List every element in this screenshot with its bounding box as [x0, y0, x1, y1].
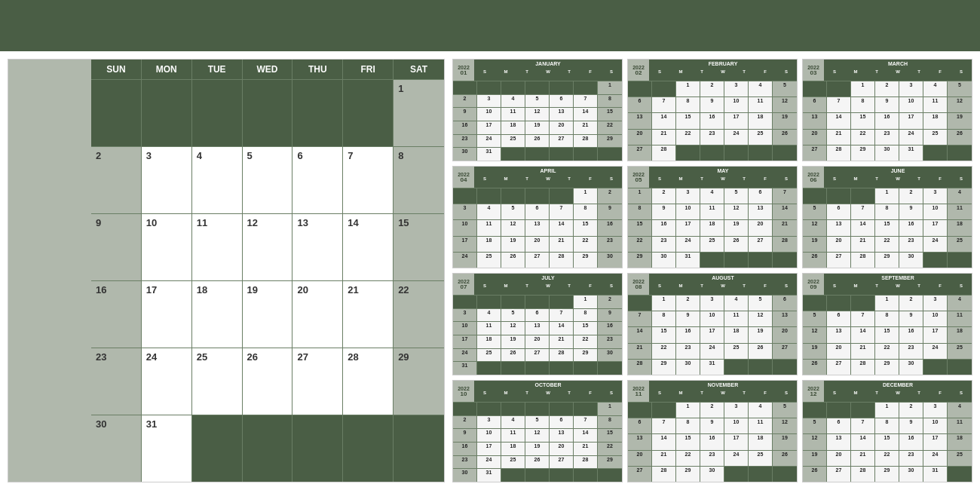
mini-cal-day[interactable]: 22 — [652, 344, 676, 359]
mini-cal-day[interactable] — [501, 362, 525, 375]
mini-cal-day[interactable] — [477, 362, 501, 375]
mini-cal-day[interactable]: 28 — [550, 253, 574, 268]
mini-cal-day[interactable] — [827, 296, 851, 311]
mini-cal-day[interactable]: 17 — [923, 220, 948, 235]
mini-cal-day[interactable]: 31 — [923, 467, 948, 482]
calendar-day[interactable]: 17 — [142, 281, 192, 348]
mini-cal-day[interactable]: 27 — [827, 253, 851, 268]
mini-cal-day[interactable]: 11 — [749, 418, 773, 433]
calendar-day[interactable]: 26 — [243, 348, 293, 415]
mini-cal-day[interactable]: 2 — [700, 403, 724, 418]
mini-cal-day[interactable]: 14 — [851, 220, 875, 235]
mini-cal-day[interactable]: 8 — [851, 97, 875, 112]
mini-cal-day[interactable]: 3 — [477, 95, 501, 108]
mini-cal-day[interactable]: 31 — [477, 469, 501, 482]
mini-cal-day[interactable]: 29 — [574, 253, 598, 268]
mini-cal-day[interactable] — [773, 253, 797, 268]
mini-cal-day[interactable]: 29 — [676, 467, 700, 482]
mini-cal-day[interactable]: 28 — [652, 145, 676, 161]
mini-cal-day[interactable] — [948, 253, 972, 268]
mini-cal-day[interactable] — [851, 403, 875, 418]
mini-cal-day[interactable] — [550, 362, 574, 375]
mini-cal-day[interactable]: 7 — [550, 309, 574, 322]
mini-cal-day[interactable]: 30 — [598, 253, 622, 268]
calendar-day[interactable]: 7 — [343, 147, 394, 213]
mini-cal-day[interactable]: 24 — [899, 130, 923, 145]
mini-cal-day[interactable]: 1 — [628, 188, 652, 204]
mini-cal-day[interactable]: 29 — [875, 360, 899, 375]
mini-cal-day[interactable]: 8 — [628, 204, 652, 219]
calendar-day[interactable]: 24 — [142, 348, 192, 415]
mini-cal-day[interactable]: 11 — [501, 429, 525, 442]
mini-cal-day[interactable]: 10 — [923, 311, 948, 326]
mini-cal-day[interactable]: 22 — [598, 121, 622, 134]
calendar-day[interactable]: 23 — [91, 348, 142, 415]
mini-cal-day[interactable]: 10 — [724, 418, 749, 433]
mini-cal-day[interactable]: 13 — [550, 429, 574, 442]
mini-cal-day[interactable]: 22 — [676, 451, 700, 466]
mini-cal-day[interactable]: 18 — [749, 434, 773, 449]
mini-cal-day[interactable]: 6 — [773, 296, 797, 311]
calendar-day[interactable]: 25 — [192, 348, 243, 415]
mini-cal-day[interactable]: 23 — [453, 456, 477, 469]
mini-cal-day[interactable]: 24 — [700, 344, 724, 359]
mini-cal-day[interactable]: 4 — [923, 81, 948, 96]
mini-cal-day[interactable]: 11 — [749, 97, 773, 112]
mini-cal-day[interactable]: 5 — [948, 81, 972, 96]
mini-cal-day[interactable]: 8 — [875, 311, 899, 326]
mini-cal-day[interactable] — [477, 188, 501, 204]
mini-cal-day[interactable]: 1 — [652, 296, 676, 311]
mini-cal-day[interactable]: 10 — [899, 97, 923, 112]
mini-cal-day[interactable]: 16 — [453, 121, 477, 134]
mini-cal-day[interactable]: 27 — [525, 253, 550, 268]
mini-cal-day[interactable] — [550, 296, 574, 308]
mini-cal-day[interactable]: 8 — [652, 311, 676, 326]
mini-cal-day[interactable]: 19 — [803, 344, 827, 359]
mini-cal-day[interactable]: 16 — [652, 220, 676, 235]
calendar-day[interactable]: 20 — [292, 281, 343, 348]
mini-cal-day[interactable]: 2 — [598, 188, 622, 204]
mini-cal-day[interactable]: 10 — [923, 204, 948, 219]
mini-cal-day[interactable] — [749, 467, 773, 482]
mini-cal-day[interactable]: 10 — [724, 97, 749, 112]
mini-cal-day[interactable] — [628, 296, 652, 311]
mini-cal-day[interactable]: 25 — [501, 456, 525, 469]
mini-cal-day[interactable]: 15 — [574, 220, 598, 235]
mini-cal-day[interactable]: 23 — [652, 237, 676, 252]
mini-cal-day[interactable]: 3 — [923, 403, 948, 418]
mini-cal-day[interactable] — [525, 296, 550, 308]
mini-cal-day[interactable]: 21 — [773, 220, 797, 235]
calendar-day[interactable]: 27 — [292, 348, 343, 415]
mini-cal-day[interactable]: 27 — [827, 360, 851, 375]
mini-cal-day[interactable]: 9 — [598, 204, 622, 219]
mini-cal-day[interactable]: 11 — [948, 204, 972, 219]
mini-cal-day[interactable]: 1 — [875, 188, 899, 204]
mini-cal-day[interactable]: 16 — [598, 322, 622, 335]
mini-cal-day[interactable]: 29 — [875, 467, 899, 482]
calendar-day[interactable]: 10 — [142, 214, 192, 280]
mini-cal-day[interactable]: 2 — [676, 296, 700, 311]
mini-cal-day[interactable]: 24 — [453, 349, 477, 362]
calendar-day[interactable] — [142, 80, 192, 146]
mini-cal-day[interactable]: 6 — [827, 311, 851, 326]
mini-cal-day[interactable]: 26 — [773, 130, 797, 145]
mini-cal-day[interactable] — [574, 469, 598, 482]
mini-cal-day[interactable]: 27 — [827, 467, 851, 482]
mini-cal-day[interactable] — [525, 188, 550, 204]
mini-cal-day[interactable] — [525, 148, 550, 161]
mini-cal-day[interactable]: 23 — [676, 344, 700, 359]
mini-cal-day[interactable]: 21 — [574, 443, 598, 455]
mini-cal-day[interactable]: 18 — [501, 443, 525, 455]
mini-cal-day[interactable]: 23 — [598, 237, 622, 252]
mini-cal-day[interactable]: 22 — [598, 443, 622, 455]
mini-cal-day[interactable]: 3 — [453, 309, 477, 322]
mini-cal-day[interactable]: 4 — [477, 309, 501, 322]
calendar-day[interactable] — [292, 80, 343, 146]
mini-cal-day[interactable]: 7 — [652, 97, 676, 112]
mini-cal-day[interactable] — [724, 253, 749, 268]
mini-cal-day[interactable]: 21 — [550, 335, 574, 348]
calendar-day[interactable]: 1 — [394, 80, 444, 146]
mini-cal-day[interactable]: 24 — [477, 456, 501, 469]
mini-cal-day[interactable]: 22 — [574, 335, 598, 348]
calendar-day[interactable]: 31 — [142, 415, 192, 482]
